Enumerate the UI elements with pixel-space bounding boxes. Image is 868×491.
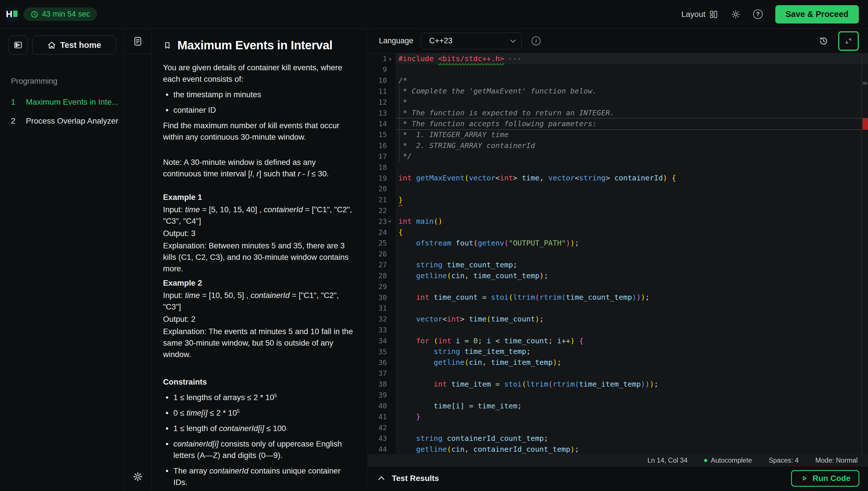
code-line[interactable]: 15 * 1. INTEGER_ARRAY time: [368, 129, 868, 140]
question-list: 1Maximum Events in Inte...2Process Overl…: [0, 93, 124, 131]
history-button[interactable]: [818, 35, 829, 47]
line-gutter: 31: [368, 303, 396, 314]
line-gutter: 23›: [368, 216, 396, 227]
question-panel: Maximum Events in Interval You are given…: [152, 29, 368, 490]
code-line[interactable]: 13 * The function is expected to return …: [368, 108, 868, 118]
code-line[interactable]: 23›int main(): [368, 216, 868, 227]
bookmark-icon: [163, 41, 172, 50]
fullscreen-icon: [844, 36, 853, 46]
code-line[interactable]: 24{: [368, 227, 868, 238]
code-line[interactable]: 16 * 2. STRING_ARRAY containerId: [368, 140, 868, 151]
code-line[interactable]: 18: [368, 162, 868, 173]
line-gutter: 22: [368, 205, 396, 216]
line-gutter: 20: [368, 183, 396, 195]
question-list: 1 ≤ lengths of arrays ≤ 2 * 1050 ≤ time[…: [163, 392, 356, 488]
code-line[interactable]: 34 for (int i = 0; i < time_count; i++) …: [368, 336, 868, 346]
fold-open-icon[interactable]: ›: [386, 218, 395, 225]
code-line[interactable]: 38 int time_item = stoi(ltrim(rtrim(time…: [368, 379, 868, 390]
code-line[interactable]: 29: [368, 281, 868, 292]
code-line[interactable]: 28 getline(cin, time_count_temp);: [368, 270, 868, 281]
code-line[interactable]: 20: [368, 183, 868, 195]
autocomplete-status[interactable]: Autocomplete: [704, 457, 752, 464]
sidebar-question-item[interactable]: 1Maximum Events in Inte...: [0, 93, 124, 112]
question-paragraph: Find the maximum number of kill events t…: [163, 120, 356, 143]
code-line[interactable]: 14 * The function accepts following para…: [368, 118, 868, 129]
bookmark-button[interactable]: [163, 41, 172, 50]
line-gutter: 30: [368, 292, 396, 303]
line-gutter: 11: [368, 86, 396, 97]
clock-icon: [30, 10, 38, 18]
code-line[interactable]: 31: [368, 303, 868, 314]
code-line[interactable]: 41 }: [368, 411, 868, 422]
code-line[interactable]: 10/*: [368, 75, 868, 86]
code-line[interactable]: 37: [368, 368, 868, 379]
question-bullet: The array containerId contains unique co…: [163, 465, 356, 488]
spaces-setting[interactable]: Spaces: 4: [769, 457, 799, 464]
question-bullet: container ID: [163, 105, 356, 116]
code-line[interactable]: 17 */: [368, 151, 868, 162]
code-line[interactable]: 19int getMaxEvent(vector<int> time, vect…: [368, 173, 868, 183]
line-gutter: 39: [368, 390, 396, 401]
code-line[interactable]: 43 string containerId_count_temp;: [368, 433, 868, 444]
question-body: You are given details of container kill …: [163, 62, 356, 488]
line-gutter: 16: [368, 140, 396, 151]
code-line[interactable]: 21}: [368, 195, 868, 205]
chevron-down-icon: [510, 37, 516, 42]
code-line[interactable]: 26: [368, 249, 868, 260]
line-gutter: 25: [368, 238, 396, 249]
code-line[interactable]: 40 time[i] = time_item;: [368, 401, 868, 411]
language-dropdown[interactable]: C++23: [421, 33, 522, 49]
code-line[interactable]: 30 int time_count = stoi(ltrim(rtrim(tim…: [368, 292, 868, 303]
gear-icon: [133, 471, 143, 482]
problem-statement-button[interactable]: [132, 36, 143, 47]
code-line[interactable]: 35 string time_item_temp;: [368, 346, 868, 357]
code-line[interactable]: 27 string time_count_temp;: [368, 260, 868, 270]
question-bullet: 0 ≤ time[i] ≤ 2 * 105: [163, 407, 356, 419]
code-line[interactable]: 25 ofstream fout(getenv("OUTPUT_PATH"));: [368, 238, 868, 249]
layout-button[interactable]: Layout: [681, 10, 718, 19]
code-line[interactable]: 12 *: [368, 97, 868, 108]
line-gutter: 44: [368, 444, 396, 455]
history-icon: [818, 35, 829, 47]
settings-button[interactable]: [133, 471, 143, 482]
theme-toggle-button[interactable]: [731, 9, 740, 19]
line-gutter: 43: [368, 433, 396, 444]
code-line[interactable]: 1›#include <bits/stdc++.h>···: [368, 53, 868, 64]
question-item-label: Maximum Events in Inte...: [26, 97, 118, 107]
code-line[interactable]: 33: [368, 325, 868, 336]
save-and-proceed-button[interactable]: Save & Proceed: [775, 5, 859, 24]
code-line[interactable]: 39: [368, 390, 868, 401]
question-bullet: 1 ≤ lengths of arrays ≤ 2 * 105: [163, 392, 356, 403]
question-paragraph: Input: time = [10, 50, 5] , containerId …: [163, 290, 356, 313]
sidebar-question-item[interactable]: 2Process Overlap Analyzer: [0, 112, 124, 131]
run-code-button[interactable]: Run Code: [791, 470, 859, 487]
cursor-position: Ln 14, Col 34: [647, 457, 687, 464]
language-value: C++23: [429, 36, 452, 45]
question-title: Maximum Events in Interval: [178, 39, 332, 51]
code-line[interactable]: 32 vector<int> time(time_count);: [368, 314, 868, 325]
help-button[interactable]: ?: [753, 9, 763, 19]
line-gutter: 21: [368, 195, 396, 205]
line-gutter: 36: [368, 357, 396, 368]
home-icon: [47, 40, 56, 50]
code-line[interactable]: 42: [368, 422, 868, 433]
test-results-toggle[interactable]: Test Results: [380, 474, 439, 483]
fold-closed-icon[interactable]: ›: [387, 55, 393, 63]
line-gutter: 29: [368, 281, 396, 292]
code-line[interactable]: 44 getline(cin, containerId_count_temp);: [368, 444, 868, 455]
top-bar: H 43 min 54 sec Layout ? Save & Proceed: [0, 0, 868, 29]
code-line[interactable]: 36 getline(cin, time_item_temp);: [368, 357, 868, 368]
test-home-button[interactable]: Test home: [32, 35, 116, 55]
line-gutter: 15: [368, 129, 396, 140]
collapse-sidebar-button[interactable]: [9, 35, 28, 55]
fullscreen-button[interactable]: [838, 31, 859, 51]
code-line[interactable]: 11 * Complete the 'getMaxEvent' function…: [368, 86, 868, 97]
layout-label: Layout: [681, 10, 706, 19]
line-gutter: 34: [368, 336, 396, 346]
question-paragraph: Input: time = [5, 10, 15, 40] , containe…: [163, 204, 356, 227]
code-line[interactable]: 22: [368, 205, 868, 216]
info-icon[interactable]: i: [532, 36, 541, 45]
code-area[interactable]: 1›#include <bits/stdc++.h>···910/*11 * C…: [368, 53, 868, 455]
editor-mode[interactable]: Mode: Normal: [815, 457, 858, 464]
code-line[interactable]: 9: [368, 64, 868, 75]
